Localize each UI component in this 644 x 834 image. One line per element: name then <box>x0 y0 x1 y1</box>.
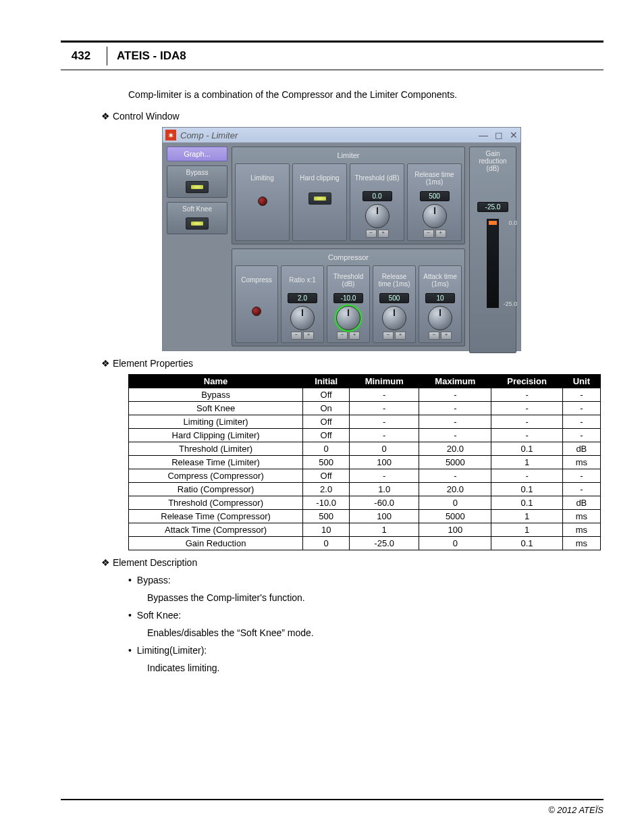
table-row: Compress (Compressor)Off---- <box>129 469 601 483</box>
comp-attack-knob[interactable] <box>428 306 452 330</box>
section-element-properties: Element Properties <box>101 358 603 369</box>
table-cell: 100 <box>350 510 419 523</box>
limiting-cell: Limiting <box>235 163 290 241</box>
table-row: Attack Time (Compressor)1011001ms <box>129 523 601 537</box>
limiter-threshold-cell: Threshold (dB) 0.0 −+ <box>350 163 404 241</box>
table-cell: Off <box>303 469 350 483</box>
table-cell: - <box>419 429 491 442</box>
compress-led[interactable] <box>252 307 261 316</box>
close-icon[interactable]: ✕ <box>510 130 518 140</box>
table-cell: 0.1 <box>491 442 562 456</box>
table-cell: Threshold (Limiter) <box>129 442 303 456</box>
comp-release-knob[interactable] <box>382 306 406 330</box>
table-row: Release Time (Compressor)50010050001ms <box>129 510 601 523</box>
table-cell: - <box>562 469 600 483</box>
bypass-toggle[interactable] <box>186 181 209 193</box>
comp-release-spinner[interactable]: −+ <box>375 332 414 340</box>
properties-table: NameInitialMinimumMaximumPrecisionUnit B… <box>128 374 601 550</box>
table-cell: - <box>491 415 562 429</box>
table-row: Soft KneeOn---- <box>129 402 601 415</box>
comp-release-cell: Release time (1ms) 500 −+ <box>373 265 416 343</box>
table-cell: On <box>303 402 350 415</box>
limiting-led[interactable] <box>258 197 267 206</box>
table-cell: 2.0 <box>303 483 350 496</box>
table-cell: Release Time (Compressor) <box>129 510 303 523</box>
limiter-group: Limiter Limiting Hard clipping <box>232 147 465 244</box>
limiter-threshold-knob[interactable] <box>365 204 390 228</box>
page-title: ATEIS - IDA8 <box>117 49 186 63</box>
table-cell: 20.0 <box>419 442 491 456</box>
table-cell: - <box>491 388 562 402</box>
graph-button[interactable]: Graph... <box>167 147 227 161</box>
table-cell: - <box>350 429 419 442</box>
table-cell: 0.1 <box>491 537 562 550</box>
table-cell: -25.0 <box>350 537 419 550</box>
app-icon: ✶ <box>165 130 176 140</box>
hard-clipping-toggle[interactable] <box>308 192 331 205</box>
table-header: Precision <box>491 375 562 388</box>
table-row: Ratio (Compressor)2.01.020.00.1- <box>129 483 601 496</box>
description-text: Indicates limiting. <box>147 662 603 673</box>
description-term: Limiting(Limiter): <box>137 645 207 656</box>
limiter-threshold-spinner[interactable]: −+ <box>352 230 402 238</box>
intro-text: Comp-limiter is a combination of the Com… <box>128 89 603 100</box>
table-cell: - <box>419 402 491 415</box>
table-cell: ms <box>562 523 600 537</box>
table-row: Threshold (Compressor)-10.0-60.000.1dB <box>129 496 601 510</box>
table-cell: - <box>491 402 562 415</box>
ratio-value: 2.0 <box>288 293 317 303</box>
table-cell: 0 <box>303 537 350 550</box>
hard-clipping-label: Hard clipping <box>294 167 345 190</box>
ratio-spinner[interactable]: −+ <box>283 332 322 340</box>
table-cell: dB <box>562 442 600 456</box>
ratio-knob[interactable] <box>290 306 315 330</box>
limiter-threshold-value: 0.0 <box>363 191 392 201</box>
table-cell: - <box>562 429 600 442</box>
table-cell: Attack Time (Compressor) <box>129 523 303 537</box>
compress-label: Compress <box>237 269 276 292</box>
table-cell: - <box>350 388 419 402</box>
table-cell: Off <box>303 415 350 429</box>
comp-attack-spinner[interactable]: −+ <box>421 332 460 340</box>
table-cell: 20.0 <box>419 483 491 496</box>
table-cell: - <box>419 415 491 429</box>
comp-threshold-knob[interactable] <box>336 306 360 330</box>
table-cell: - <box>350 402 419 415</box>
limiter-release-knob[interactable] <box>423 204 447 228</box>
ratio-cell: Ratio x:1 2.0 −+ <box>281 265 324 343</box>
footer-copyright: © 2012 ATEÏS <box>548 805 603 815</box>
soft-knee-toggle[interactable] <box>186 217 209 230</box>
table-cell: 0 <box>419 496 491 510</box>
table-cell: - <box>562 415 600 429</box>
comp-release-label: Release time (1ms) <box>375 269 414 292</box>
table-cell: 1.0 <box>350 483 419 496</box>
compress-cell: Compress <box>235 265 278 343</box>
soft-knee-label: Soft Knee <box>170 205 224 213</box>
description-text: Enables/disables the “Soft Knee” mode. <box>147 627 603 638</box>
table-cell: 100 <box>350 456 419 469</box>
maximize-icon[interactable]: ◻ <box>495 130 503 140</box>
table-cell: - <box>491 429 562 442</box>
table-cell: - <box>419 469 491 483</box>
table-cell: Bypass <box>129 388 303 402</box>
comp-attack-cell: Attack time (1ms) 10 −+ <box>419 265 462 343</box>
table-cell: ms <box>562 537 600 550</box>
table-row: BypassOff---- <box>129 388 601 402</box>
comp-threshold-cell: Threshold (dB) -10.0 −+ <box>327 265 370 343</box>
section-element-description: Element Description <box>101 557 603 568</box>
titlebar: ✶ Comp - Limiter — ◻ ✕ <box>163 128 520 142</box>
table-header: Name <box>129 375 303 388</box>
table-cell: - <box>562 402 600 415</box>
limiter-title: Limiter <box>235 150 462 163</box>
minimize-icon[interactable]: — <box>479 130 488 140</box>
table-cell: 1 <box>491 523 562 537</box>
table-header: Maximum <box>419 375 491 388</box>
gain-reduction-box: Gain reduction (dB) -25.0 0.0 -25.0 <box>469 147 516 353</box>
table-cell: - <box>350 415 419 429</box>
limiter-release-spinner[interactable]: −+ <box>409 230 460 238</box>
ratio-label: Ratio x:1 <box>283 269 322 292</box>
limiter-release-label: Release time (1ms) <box>409 167 460 190</box>
hard-clipping-cell: Hard clipping <box>292 163 347 241</box>
comp-threshold-spinner[interactable]: −+ <box>329 332 368 340</box>
description-list: Bypass:Bypasses the Comp-limiter's funct… <box>115 575 603 673</box>
